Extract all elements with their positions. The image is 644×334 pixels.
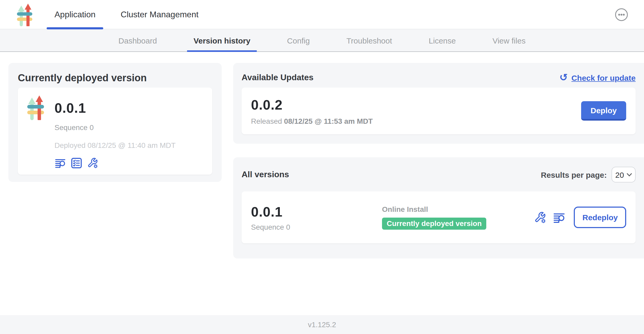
tab-dashboard-label: Dashboard: [118, 36, 157, 45]
all-versions-title: All versions: [242, 170, 289, 179]
console-version: v1.125.2: [308, 320, 336, 329]
update-released-line: Released 08/12/25 @ 11:53 am MDT: [251, 117, 373, 125]
deploy-button[interactable]: Deploy: [581, 101, 626, 121]
deployed-version-details: 0.0.1 Sequence 0 Deployed 08/12/25 @ 11:…: [54, 99, 203, 169]
available-update-row: 0.0.2 Released 08/12/25 @ 11:53 am MDT D…: [242, 88, 636, 134]
refresh-icon[interactable]: ↺: [559, 73, 568, 82]
check-for-update-label: Check for update: [571, 73, 636, 82]
config-icon[interactable]: [87, 157, 99, 169]
available-updates-card: Available Updates ↺ Check for update 0.0…: [233, 63, 644, 144]
version-row-info: 0.0.1 Sequence 0: [251, 204, 382, 231]
logs-icon[interactable]: [54, 157, 66, 169]
chevron-down-icon: [627, 173, 632, 176]
tab-troubleshoot-label: Troubleshoot: [346, 36, 392, 45]
version-row-status: Online Install Currently deployed versio…: [382, 205, 534, 230]
status-badge: Currently deployed version: [382, 218, 487, 230]
results-per-page-value: 20: [615, 170, 624, 179]
available-updates-title: Available Updates: [242, 73, 313, 82]
version-row: 0.0.1 Sequence 0 Online Install Currentl…: [242, 191, 636, 243]
update-version-number: 0.0.2: [251, 97, 373, 113]
app-logo-icon: [16, 3, 34, 26]
redeploy-button[interactable]: Redeploy: [574, 207, 626, 228]
tab-view-files-label: View files: [493, 36, 526, 45]
main-content: Currently deployed version 0.0.1 Sequenc…: [0, 52, 644, 315]
tab-config-label: Config: [287, 36, 310, 45]
all-versions-card: All versions Results per page: 20 0.0.1 …: [233, 157, 644, 258]
preflight-checks-icon[interactable]: [70, 157, 83, 169]
tab-license[interactable]: License: [428, 29, 457, 51]
deployed-timestamp: Deployed 08/12/25 @ 11:40 am MDT: [54, 141, 203, 149]
currently-deployed-card: Currently deployed version 0.0.1 Sequenc…: [8, 63, 222, 182]
page-footer: v1.125.2: [0, 315, 644, 334]
logs-icon[interactable]: [553, 211, 566, 224]
ellipsis-menu-icon: [615, 8, 628, 21]
overflow-menu-button[interactable]: [615, 8, 628, 21]
config-icon[interactable]: [534, 211, 547, 224]
released-timestamp: 08/12/25 @ 11:53 am MDT: [284, 117, 373, 125]
tab-troubleshoot[interactable]: Troubleshoot: [345, 29, 393, 51]
check-for-update-link[interactable]: ↺ Check for update: [559, 73, 636, 82]
tab-cluster-management-label: Cluster Management: [121, 10, 199, 19]
results-per-page-label: Results per page:: [541, 170, 607, 179]
deployed-version-panel: 0.0.1 Sequence 0 Deployed 08/12/25 @ 11:…: [18, 88, 212, 175]
tab-version-history-label: Version history: [194, 36, 250, 45]
app-viewport: Application Cluster Management Dashboard…: [0, 0, 644, 334]
app-logo-icon: [26, 95, 45, 120]
deployed-action-icons: [54, 157, 203, 169]
row-sequence: Sequence 0: [251, 223, 382, 231]
tab-application[interactable]: Application: [47, 0, 103, 29]
tab-application-label: Application: [54, 10, 96, 19]
install-type-label: Online Install: [382, 205, 534, 213]
top-header: Application Cluster Management: [0, 0, 644, 29]
available-updates-header: Available Updates ↺ Check for update: [242, 72, 636, 83]
all-versions-header: All versions Results per page: 20: [242, 167, 636, 182]
results-per-page-select[interactable]: 20: [612, 167, 636, 182]
app-subnav: Dashboard Version history Config Trouble…: [0, 29, 644, 52]
deployed-version-number: 0.0.1: [54, 99, 203, 117]
row-version-number: 0.0.1: [251, 204, 283, 219]
tab-license-label: License: [429, 36, 456, 45]
tab-cluster-management[interactable]: Cluster Management: [113, 0, 206, 29]
tab-view-files[interactable]: View files: [492, 29, 527, 51]
version-row-actions: Redeploy: [534, 207, 626, 228]
currently-deployed-title: Currently deployed version: [18, 72, 212, 84]
deployed-sequence: Sequence 0: [54, 123, 203, 132]
released-label: Released: [251, 117, 282, 125]
header-tabs: Application Cluster Management: [47, 0, 206, 29]
tab-version-history[interactable]: Version history: [193, 29, 252, 51]
tab-config[interactable]: Config: [286, 29, 311, 51]
update-info: 0.0.2 Released 08/12/25 @ 11:53 am MDT: [251, 97, 373, 125]
right-column: Available Updates ↺ Check for update 0.0…: [233, 63, 644, 315]
tab-dashboard[interactable]: Dashboard: [117, 29, 158, 51]
results-per-page: Results per page: 20: [541, 167, 636, 182]
